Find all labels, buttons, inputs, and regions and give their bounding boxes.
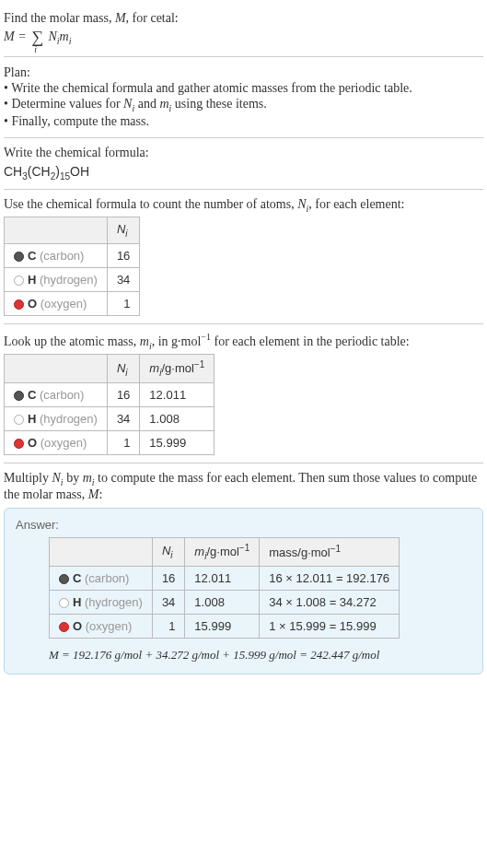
oxygen-dot-icon: [14, 439, 24, 449]
col-element: [5, 217, 108, 244]
intro-M: M: [115, 11, 126, 25]
count-value: 1: [107, 291, 139, 315]
count-section: Use the chemical formula to count the nu…: [4, 190, 483, 324]
molar-mass-formula: M = ∑i Nimi: [4, 28, 483, 47]
answer-box: Answer: Ni mi/g·mol−1 mass/g·mol−1 C (ca…: [4, 508, 483, 674]
exp-neg1: −1: [201, 332, 211, 342]
intro-post: , for cetal:: [126, 11, 179, 25]
col-element: [50, 538, 153, 567]
carbon-dot-icon: [14, 391, 24, 401]
sum-index: i: [34, 44, 37, 54]
answer-total: M = 192.176 g/mol + 34.272 g/mol + 15.99…: [16, 639, 471, 664]
formula-mi: mi: [60, 29, 72, 43]
formula-Ni: Ni: [48, 29, 59, 43]
multiply-section: Multiply Ni by mi to compute the mass fo…: [4, 463, 483, 682]
col-Ni: Ni: [152, 538, 184, 567]
carbon-dot-icon: [14, 252, 24, 262]
intro-text: Find the molar mass, M, for cetal:: [4, 11, 483, 26]
plan-item-1: • Write the chemical formula and gather …: [4, 81, 483, 96]
formula-eq: =: [15, 29, 29, 43]
plan-item-3: • Finally, compute the mass.: [4, 114, 483, 129]
chemical-formula-section: Write the chemical formula: CH3(CH2)15OH: [4, 138, 483, 190]
var-M: M: [88, 487, 99, 501]
intro-pre: Find the molar mass,: [4, 11, 115, 25]
answer-label: Answer:: [16, 518, 471, 532]
col-mi: mi/g·mol−1: [140, 355, 215, 383]
table-row: H (hydrogen) 34: [5, 267, 140, 291]
element-cell: H (hydrogen): [50, 591, 153, 615]
mass-table: Ni mi/g·mol−1 C (carbon) 16 12.011 H (hy…: [4, 354, 215, 455]
var-Ni: Ni: [297, 197, 308, 211]
table-row: O (oxygen) 1 15.999: [5, 431, 215, 455]
count-value: 34: [107, 267, 139, 291]
hydrogen-dot-icon: [59, 598, 69, 608]
table-row: O (oxygen) 1 15.999 1 × 15.999 = 15.999: [50, 615, 400, 639]
mass-header: Look up the atomic mass, mi, in g·mol−1 …: [4, 332, 483, 350]
var-mi: mi: [140, 334, 152, 348]
table-row: C (carbon) 16: [5, 243, 140, 267]
multiply-text: Multiply Ni by mi to compute the mass fo…: [4, 471, 483, 502]
plan-section: Plan: • Write the chemical formula and g…: [4, 57, 483, 138]
count-header: Use the chemical formula to count the nu…: [4, 197, 483, 214]
carbon-dot-icon: [59, 574, 69, 584]
count-value: 16: [107, 243, 139, 267]
sum-symbol: ∑i: [31, 28, 43, 47]
chem-formula-header: Write the chemical formula:: [4, 146, 483, 160]
table-row: C (carbon) 16 12.011 16 × 12.011 = 192.1…: [50, 567, 400, 591]
oxygen-dot-icon: [59, 622, 69, 632]
element-cell: C (carbon): [50, 567, 153, 591]
element-cell: H (hydrogen): [5, 407, 108, 431]
table-header-row: Ni mi/g·mol−1 mass/g·mol−1: [50, 538, 400, 567]
var-mi: mi: [83, 471, 95, 485]
var-mi: mi: [159, 97, 171, 111]
answer-table: Ni mi/g·mol−1 mass/g·mol−1 C (carbon) 16…: [49, 537, 400, 639]
var-Ni: Ni: [123, 97, 134, 111]
table-row: C (carbon) 16 12.011: [5, 383, 215, 407]
col-mi: mi/g·mol−1: [185, 538, 260, 567]
element-cell: C (carbon): [5, 383, 108, 407]
element-cell: O (oxygen): [50, 615, 153, 639]
var-Ni: Ni: [52, 471, 64, 485]
plan-header: Plan:: [4, 65, 483, 80]
oxygen-dot-icon: [14, 299, 24, 310]
hydrogen-dot-icon: [14, 276, 24, 286]
table-row: H (hydrogen) 34 1.008: [5, 407, 215, 431]
col-Ni: Ni: [107, 217, 139, 244]
element-cell: O (oxygen): [5, 431, 108, 455]
atomic-mass-section: Look up the atomic mass, mi, in g·mol−1 …: [4, 324, 483, 463]
element-cell: C (carbon): [5, 243, 108, 267]
col-mass: mass/g·mol−1: [260, 538, 400, 567]
chemical-formula: CH3(CH2)15OH: [4, 164, 483, 182]
table-header-row: Ni mi/g·mol−1: [5, 355, 215, 383]
formula-M: M: [4, 29, 15, 43]
table-row: O (oxygen) 1: [5, 291, 140, 315]
element-cell: O (oxygen): [5, 291, 108, 315]
hydrogen-dot-icon: [14, 415, 24, 425]
col-Ni: Ni: [107, 355, 139, 383]
count-table: Ni C (carbon) 16 H (hydrogen) 34 O (oxyg…: [4, 217, 140, 316]
col-element: [5, 355, 108, 383]
table-header-row: Ni: [5, 217, 140, 244]
table-row: H (hydrogen) 34 1.008 34 × 1.008 = 34.27…: [50, 591, 400, 615]
intro-section: Find the molar mass, M, for cetal: M = ∑…: [4, 4, 483, 57]
plan-item-2: • Determine values for Ni and mi using t…: [4, 97, 483, 113]
element-cell: H (hydrogen): [5, 267, 108, 291]
sub-i: i: [69, 36, 72, 46]
sigma-icon: ∑: [31, 28, 43, 46]
